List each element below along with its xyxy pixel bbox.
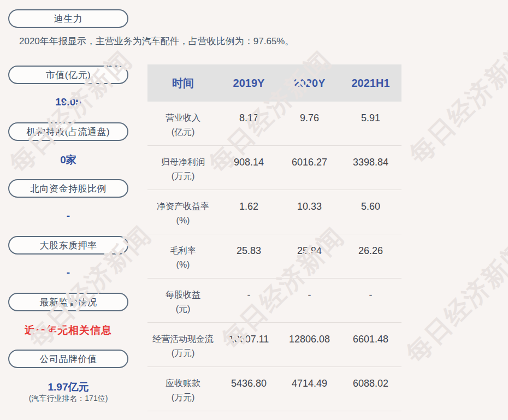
cell-value: 12806.08 bbox=[279, 332, 340, 366]
table-row-accounts-receivable: 应收账款 (万元) 5436.80 4714.49 6088.02 bbox=[147, 367, 401, 411]
table-row-gross-margin: 毛利率 (%) 25.83 25.94 26.26 bbox=[147, 234, 401, 279]
cell-value: 5.91 bbox=[340, 111, 401, 145]
metric-pill-institution-holding: 机构持股(占流通盘) bbox=[8, 122, 128, 141]
company-name-pill: 迪生力 bbox=[8, 9, 128, 28]
row-label: 毛利率 (%) bbox=[147, 244, 218, 278]
row-label: 归母净利润 (万元) bbox=[147, 155, 218, 190]
cell-value: 25.83 bbox=[218, 244, 279, 278]
cell-value: 25.94 bbox=[279, 244, 340, 278]
table-header-cell-time: 时间 bbox=[147, 76, 218, 91]
cell-value: 3398.84 bbox=[340, 155, 401, 190]
watermark-text: 每日经济新闻 bbox=[399, 233, 508, 371]
cell-value: 1.62 bbox=[218, 199, 279, 234]
cell-value: 6601.48 bbox=[340, 332, 401, 366]
metric-pill-brand-value: 公司品牌价值 bbox=[8, 350, 128, 368]
metric-label: 大股东质押率 bbox=[40, 239, 97, 252]
cell-value: 908.14 bbox=[218, 155, 279, 190]
company-name: 迪生力 bbox=[54, 13, 83, 25]
table-row-roe: 净资产收益率 (%) 1.62 10.33 5.60 bbox=[147, 190, 401, 234]
metric-value-institution-holding: 0家 bbox=[3, 153, 134, 167]
cell-value: 4714.49 bbox=[279, 376, 340, 411]
table-row-revenue: 营业收入 (亿元) 8.17 9.76 5.91 bbox=[147, 102, 401, 146]
metric-subtext-brand-rank: (汽车行业排名：171位) bbox=[3, 394, 134, 404]
metric-label: 北向资金持股比例 bbox=[30, 182, 107, 195]
metric-value-pledge-rate: - bbox=[3, 267, 134, 279]
metric-label: 公司品牌价值 bbox=[40, 353, 97, 365]
table-body: 营业收入 (亿元) 8.17 9.76 5.91 归母净利润 (万元) 908.… bbox=[147, 102, 401, 411]
metric-pill-pledge-rate: 大股东质押率 bbox=[8, 236, 128, 255]
metric-label: 市值(亿元) bbox=[46, 69, 91, 81]
metric-label: 最新监管情况 bbox=[40, 296, 97, 309]
metric-value-northbound-ratio: - bbox=[3, 210, 134, 222]
metric-label: 机构持股(占流通盘) bbox=[27, 126, 110, 138]
cell-value: 10.33 bbox=[279, 199, 340, 234]
metric-value-market-cap: 19.05 bbox=[3, 96, 134, 108]
metric-pill-regulation-status: 最新监管情况 bbox=[8, 293, 128, 311]
cell-value: 26.26 bbox=[340, 244, 401, 278]
company-description: 2020年年报显示，主营业务为汽车配件，占营收比例为：97.65%。 bbox=[19, 35, 369, 48]
metric-value-brand-value: 1.97亿元 bbox=[3, 380, 134, 394]
row-label: 营业收入 (亿元) bbox=[147, 111, 218, 145]
row-label: 应收账款 (万元) bbox=[147, 376, 218, 411]
cell-value: 9.76 bbox=[279, 111, 340, 145]
table-header-cell-2021h1: 2021H1 bbox=[340, 77, 401, 90]
row-label: 每股收益 (元) bbox=[147, 288, 218, 322]
cell-value: 6088.02 bbox=[340, 376, 401, 411]
table-row-eps: 每股收益 (元) - - - bbox=[147, 279, 401, 323]
table-row-operating-cash-flow: 经营活动现金流 (万元) 10607.11 12806.08 6601.48 bbox=[147, 323, 401, 367]
cell-value: 8.17 bbox=[218, 111, 279, 145]
row-label: 净资产收益率 (%) bbox=[147, 199, 218, 234]
table-header-cell-2020: 2020Y bbox=[279, 77, 340, 90]
cell-value: 10607.11 bbox=[218, 332, 279, 366]
metric-pill-northbound-ratio: 北向资金持股比例 bbox=[8, 179, 128, 198]
metric-pill-market-cap: 市值(亿元) bbox=[8, 66, 128, 84]
metric-value-regulation-status: 近一年无相关信息 bbox=[3, 323, 134, 338]
table-header: 时间 2019Y 2020Y 2021H1 bbox=[147, 64, 401, 102]
cell-value: - bbox=[218, 288, 279, 322]
cell-value: - bbox=[279, 288, 340, 322]
table-row-net-profit: 归母净利润 (万元) 908.14 6016.27 3398.84 bbox=[147, 146, 401, 190]
table-header-cell-2019: 2019Y bbox=[218, 77, 279, 90]
cell-value: - bbox=[340, 288, 401, 322]
cell-value: 5.60 bbox=[340, 199, 401, 234]
cell-value: 5436.80 bbox=[218, 376, 279, 411]
cell-value: 6016.27 bbox=[279, 155, 340, 190]
watermark-text: 每日经济新闻 bbox=[402, 34, 508, 171]
row-label: 经营活动现金流 (万元) bbox=[147, 332, 218, 366]
